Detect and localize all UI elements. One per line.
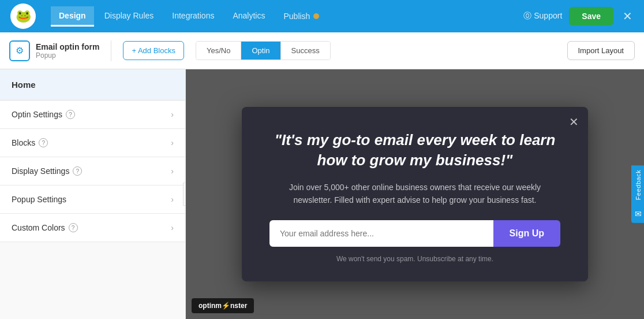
display-settings-label: Display Settings xyxy=(12,166,69,176)
optinmonster-brand: optinm⚡nster xyxy=(192,298,254,313)
nav-links: Design Display Rules Integrations Analyt… xyxy=(51,6,510,27)
form-info: ⚙ Email optin form Popup xyxy=(9,40,99,61)
divider xyxy=(111,40,111,61)
popup-card: ✕ "It's my go-to email every week to lea… xyxy=(242,107,588,282)
popup-signup-button[interactable]: Sign Up xyxy=(493,220,560,247)
display-settings-help-icon[interactable]: ? xyxy=(73,166,82,176)
top-nav: 🐸 Design Display Rules Integrations Anal… xyxy=(0,0,644,32)
popup-close-icon[interactable]: ✕ xyxy=(569,115,579,129)
popup-form: Sign Up xyxy=(269,220,560,247)
popup-title: "It's my go-to email every week to learn… xyxy=(269,130,560,170)
optin-settings-label: Optin Settings xyxy=(12,110,62,119)
nav-design[interactable]: Design xyxy=(51,6,94,27)
view-tabs: Yes/No Optin Success xyxy=(196,41,331,60)
logo-icon: 🐸 xyxy=(10,3,36,29)
optin-settings-chevron: › xyxy=(171,110,174,119)
custom-colors-label: Custom Colors xyxy=(12,223,65,232)
preview-area: ✕ "It's my go-to email every week to lea… xyxy=(186,69,644,319)
close-icon[interactable]: ✕ xyxy=(620,9,635,23)
subheader: ⚙ Email optin form Popup + Add Blocks Ye… xyxy=(0,32,644,69)
form-settings-icon: ⚙ xyxy=(9,40,30,61)
display-settings-chevron: › xyxy=(171,166,174,176)
optin-settings-help-icon[interactable]: ? xyxy=(66,110,75,119)
nav-display-rules[interactable]: Display Rules xyxy=(96,6,162,27)
popup-spam-notice: We won't send you spam. Unsubscribe at a… xyxy=(269,255,560,263)
blocks-chevron: › xyxy=(171,138,174,147)
tab-optin[interactable]: Optin xyxy=(241,42,280,60)
sidebar-item-popup-settings[interactable]: Popup Settings › xyxy=(0,186,185,214)
form-details: Email optin form Popup xyxy=(36,42,99,60)
save-button[interactable]: Save xyxy=(569,7,613,25)
sidebar-item-display-settings[interactable]: Display Settings ? › xyxy=(0,157,185,186)
popup-settings-label: Popup Settings xyxy=(12,195,66,204)
blocks-help-icon[interactable]: ? xyxy=(39,138,48,147)
import-layout-button[interactable]: Import Layout xyxy=(567,41,635,60)
sidebar: Home Optin Settings ? › Blocks ? › Displ… xyxy=(0,69,186,319)
nav-publish[interactable]: Publish xyxy=(275,6,327,27)
sidebar-item-optin-settings[interactable]: Optin Settings ? › xyxy=(0,101,185,129)
form-type: Popup xyxy=(36,51,99,60)
tab-yesno[interactable]: Yes/No xyxy=(196,42,241,60)
publish-badge-dot xyxy=(313,13,319,19)
blocks-label: Blocks xyxy=(12,138,35,147)
support-button[interactable]: ⓪ Support xyxy=(523,11,562,21)
tab-success[interactable]: Success xyxy=(281,42,330,60)
main-layout: Home Optin Settings ? › Blocks ? › Displ… xyxy=(0,69,644,319)
popup-settings-chevron: › xyxy=(171,195,174,204)
feedback-email-icon[interactable]: ✉ xyxy=(631,205,644,223)
form-title: Email optin form xyxy=(36,42,99,51)
popup-description: Join over 5,000+ other online business o… xyxy=(269,181,560,207)
logo: 🐸 xyxy=(9,2,37,30)
custom-colors-help-icon[interactable]: ? xyxy=(69,223,78,232)
nav-analytics[interactable]: Analytics xyxy=(224,6,273,27)
nav-right-actions: ⓪ Support Save ✕ xyxy=(523,7,635,25)
sidebar-home: Home xyxy=(0,69,185,101)
feedback-label[interactable]: Feedback xyxy=(631,165,644,205)
feedback-widget[interactable]: Feedback ✉ xyxy=(631,165,644,223)
sidebar-item-blocks[interactable]: Blocks ? › xyxy=(0,129,185,157)
nav-integrations[interactable]: Integrations xyxy=(164,6,222,27)
custom-colors-chevron: › xyxy=(171,223,174,232)
sidebar-item-custom-colors[interactable]: Custom Colors ? › xyxy=(0,214,185,242)
add-blocks-button[interactable]: + Add Blocks xyxy=(123,41,184,60)
popup-email-input[interactable] xyxy=(269,220,493,247)
